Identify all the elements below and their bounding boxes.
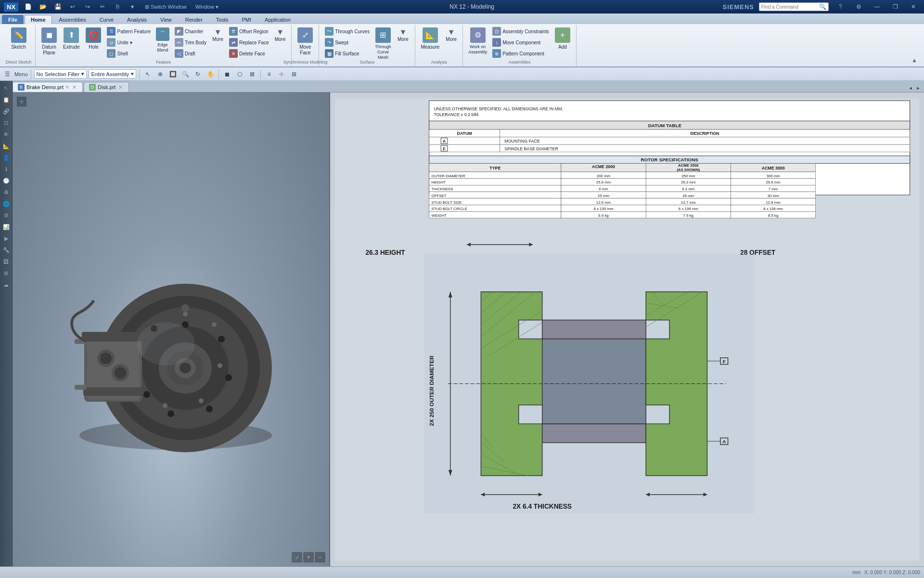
pattern-feature-btn[interactable]: ⠿ Pattern Feature	[105, 26, 152, 37]
help-btn[interactable]: ?	[834, 1, 847, 12]
tab-left-btn[interactable]: ◄	[907, 84, 914, 92]
minimize-btn[interactable]: —	[870, 1, 884, 12]
fit-btn[interactable]: ⤢	[292, 552, 302, 563]
trim-body-btn[interactable]: ✂ Trim Body	[173, 37, 208, 48]
move-face-btn[interactable]: ⤢ MoveFace	[295, 26, 316, 57]
select-btn[interactable]: ↖	[142, 69, 153, 79]
edge-display-btn[interactable]: ⬡	[234, 69, 245, 79]
settings-btn[interactable]: ⚙	[852, 1, 865, 12]
zoom-btn[interactable]: 🔍	[180, 69, 191, 79]
cut-btn[interactable]: ✂	[96, 1, 109, 12]
undo-btn[interactable]: ↩	[66, 1, 79, 12]
tab-analysis[interactable]: Analysis	[121, 15, 153, 24]
more-qat-btn[interactable]: ▾	[126, 1, 139, 12]
restore-btn[interactable]: ❐	[888, 1, 902, 12]
sidebar-process-btn[interactable]: ▶	[1, 233, 12, 244]
zoom-in-btn[interactable]: +	[303, 552, 314, 563]
snap-btn[interactable]: ⊕	[155, 69, 166, 79]
sidebar-select-btn[interactable]: ↖	[1, 83, 12, 93]
sidebar-part-nav-btn[interactable]: 📋	[1, 94, 12, 105]
chamfer-btn[interactable]: ◤ Chamfer	[173, 26, 208, 37]
sidebar-cam-btn[interactable]: 🔧	[1, 245, 12, 255]
triad-btn[interactable]: ⊹	[16, 96, 27, 107]
replace-face-btn[interactable]: ⇄ Replace Face	[227, 37, 271, 48]
delete-face-btn[interactable]: ✕ Delete Face	[227, 48, 271, 59]
tab-assemblies[interactable]: Assemblies	[53, 15, 92, 24]
open-btn[interactable]: 📂	[36, 1, 50, 12]
rotate-btn[interactable]: ↻	[192, 69, 203, 79]
hole-btn[interactable]: ⭕ Hole	[83, 26, 104, 52]
sidebar-measure-btn[interactable]: 📐	[1, 141, 12, 151]
datum-plane-btn[interactable]: ◼ DatumPlane	[38, 26, 60, 57]
ribbon-expand-btn[interactable]: ▲	[908, 55, 921, 66]
new-btn[interactable]: 📄	[21, 1, 35, 12]
add-component-btn[interactable]: + Add	[552, 26, 573, 52]
sidebar-web-btn[interactable]: 🌐	[1, 198, 12, 209]
tab-render[interactable]: Render	[179, 15, 209, 24]
swept-btn[interactable]: ↷ Swept	[323, 37, 372, 48]
work-on-assembly-btn[interactable]: ⚙ Work onAssembly	[466, 26, 489, 56]
through-curve-mesh-btn[interactable]: ⊞ ThroughCurveMesh	[372, 26, 394, 61]
sidebar-system-scene-btn[interactable]: ⚙	[1, 210, 12, 221]
close-btn[interactable]: ✕	[907, 1, 920, 12]
save-btn[interactable]: 💾	[51, 1, 64, 12]
selection-filter-dropdown[interactable]: No Selection Filter ▾	[34, 69, 87, 79]
zoom-out-btn[interactable]: −	[315, 552, 325, 563]
sidebar-history-btn[interactable]: 🕐	[1, 175, 12, 186]
measure-btn[interactable]: 📐 Measure	[418, 26, 442, 52]
section-btn[interactable]: ⊠	[247, 69, 257, 79]
offset-region-btn[interactable]: ⇈ Offset Region	[227, 26, 271, 37]
draft-btn[interactable]: ◁ Draft	[173, 48, 208, 59]
switch-window-btn[interactable]: ⊞ Switch Window	[142, 4, 190, 10]
tab-file[interactable]: File	[2, 15, 24, 24]
sidebar-gallery-btn[interactable]: 🖼	[1, 256, 12, 267]
brake-demo-close-btn[interactable]: ✕	[71, 84, 77, 91]
tab-right-btn[interactable]: ►	[914, 84, 922, 92]
layer-btn[interactable]: ≡	[264, 69, 274, 79]
sidebar-assembly-nav-btn[interactable]: 🔗	[1, 106, 12, 117]
move-component-btn[interactable]: ↕ Move Component	[490, 37, 551, 48]
sidebar-cloud-btn[interactable]: ☁	[1, 279, 12, 290]
window-menu-btn[interactable]: Window ▾	[192, 4, 221, 10]
sidebar-hd3d-btn[interactable]: 📊	[1, 222, 12, 232]
display-style-btn[interactable]: ◼	[222, 69, 232, 79]
extrude-btn[interactable]: ⬆ Extrude	[61, 26, 82, 52]
menu-btn[interactable]: ☰	[2, 69, 13, 79]
copy-btn[interactable]: ⎘	[111, 1, 124, 12]
sidebar-reuse-btn[interactable]: ♻	[1, 187, 12, 197]
left-viewport[interactable]: ⊹ ⤢ + −	[13, 92, 330, 566]
grid-btn[interactable]: ⊞	[289, 69, 299, 79]
assembly-filter-dropdown[interactable]: Entire Assembly ▾	[89, 69, 136, 79]
tab-view[interactable]: View	[154, 15, 178, 24]
through-curves-btn[interactable]: 〜 Through Curves	[323, 26, 372, 37]
sketch-btn[interactable]: ✏️ Sketch	[8, 26, 29, 52]
wcs-btn[interactable]: ⊹	[276, 69, 287, 79]
assembly-constraints-btn[interactable]: ⊡ Assembly Constraints	[490, 26, 551, 37]
sidebar-constraint-btn[interactable]: ⊡	[1, 118, 12, 128]
tab-brake-demo[interactable]: B Brake Demo.prt ✎ ✕	[13, 82, 83, 92]
disk-close-btn[interactable]: ✕	[117, 84, 124, 91]
more-analysis-btn[interactable]: ▼ More	[443, 26, 460, 50]
pattern-component-btn[interactable]: ⊛ Pattern Component	[490, 48, 551, 59]
more-surface-btn[interactable]: ▼ More	[395, 26, 411, 50]
tab-pmi[interactable]: PMI	[236, 15, 258, 24]
search-input[interactable]	[761, 4, 819, 10]
tab-disk[interactable]: D Disk.prt ✕	[84, 82, 129, 92]
tab-tools[interactable]: Tools	[210, 15, 235, 24]
redo-btn[interactable]: ↪	[81, 1, 94, 12]
sidebar-info-btn[interactable]: ℹ	[1, 164, 12, 174]
more-feature-btn[interactable]: ▼ More	[209, 26, 226, 50]
view-orient-btn[interactable]: 🔲	[167, 69, 178, 79]
fill-surface-btn[interactable]: ▦ Fill Surface	[323, 48, 372, 59]
edge-blend-btn[interactable]: ⌒ EdgeBlend	[154, 26, 172, 53]
sidebar-extra-btn[interactable]: ⊞	[1, 268, 12, 278]
right-viewport[interactable]: UNLESS OTHERWISE SPECIFIED: ALL DIMENSIO…	[330, 92, 924, 566]
sidebar-roles-btn[interactable]: 👤	[1, 152, 12, 163]
sidebar-view-btn[interactable]: 👁	[1, 129, 12, 140]
unite-btn[interactable]: ∪ Unite ▾	[105, 37, 152, 48]
tab-application[interactable]: Application	[258, 15, 297, 24]
pan-btn[interactable]: ✋	[205, 69, 216, 79]
more-sync-btn[interactable]: ▼ More	[272, 26, 289, 50]
tab-home[interactable]: Home	[25, 15, 52, 24]
tab-curve[interactable]: Curve	[93, 15, 120, 24]
